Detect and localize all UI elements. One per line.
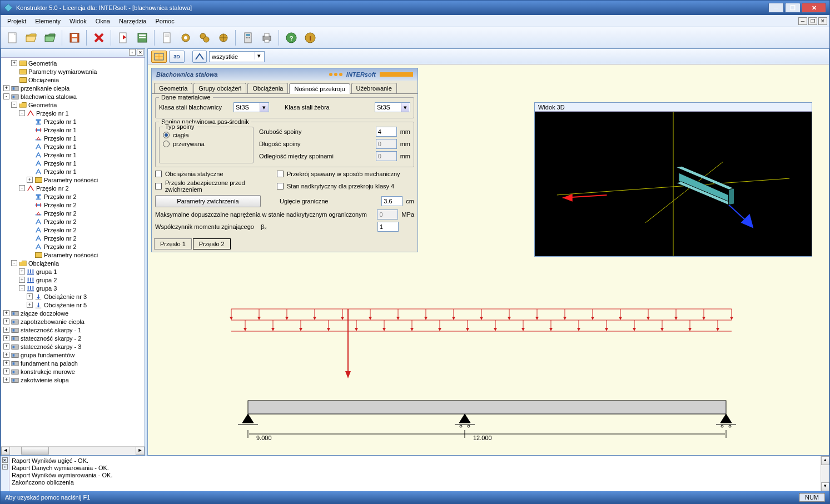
inp-beta[interactable]: 1: [377, 222, 399, 232]
radio-cont[interactable]: [163, 132, 170, 138]
tree-node[interactable]: +Obciążenie nr 3: [2, 292, 143, 301]
sel-steel-plate[interactable]: St3S: [233, 102, 269, 112]
tree-node[interactable]: Przęsło nr 1: [2, 117, 143, 126]
tree-node[interactable]: +przenikanie ciepła: [2, 84, 143, 92]
tree-node[interactable]: +Geometria: [2, 59, 143, 67]
tab-nosnosc[interactable]: Nośność przekroju: [289, 83, 350, 94]
tab-grupy[interactable]: Grupy obciążeń: [193, 83, 246, 93]
tree-node[interactable]: +zapotrzebowanie ciepła: [2, 317, 143, 326]
chk-prot[interactable]: [155, 183, 162, 189]
tree-node[interactable]: Przęsło nr 1: [2, 134, 143, 142]
tree-node[interactable]: +złącze doczołowe: [2, 309, 143, 317]
view-scope-icon[interactable]: [192, 51, 207, 63]
tb-results[interactable]: [134, 29, 151, 46]
menu-widok[interactable]: Widok: [65, 17, 91, 26]
menu-pomoc[interactable]: Pomoc: [151, 17, 179, 26]
tb-export[interactable]: [115, 29, 132, 46]
tree-node[interactable]: +grupa fundamentów: [2, 351, 143, 359]
tb-gear2[interactable]: [196, 29, 213, 46]
inp-thick[interactable]: 4: [376, 127, 397, 137]
menu-projekt[interactable]: Projekt: [3, 17, 31, 26]
sel-steel-rib[interactable]: St3S: [375, 102, 410, 112]
mdi-minimize[interactable]: ─: [798, 17, 807, 25]
tree-node[interactable]: +fundament na palach: [2, 359, 143, 367]
tree-node[interactable]: -Przęsło nr 1: [2, 109, 143, 117]
view3d-canvas[interactable]: [535, 112, 812, 256]
view-2d-button[interactable]: [151, 51, 167, 63]
menu-okna[interactable]: Okna: [91, 17, 115, 26]
tree-node[interactable]: Przęsło nr 1: [2, 142, 143, 151]
output-pin-icon[interactable]: ▫: [2, 464, 8, 470]
tree-node[interactable]: Przęsło nr 2: [2, 201, 143, 209]
tree-node[interactable]: Przęsło nr 1: [2, 151, 143, 159]
chk-super[interactable]: [277, 183, 284, 189]
tree-node[interactable]: Obciążenia: [2, 76, 143, 84]
inp-defl[interactable]: 3.6: [381, 196, 402, 206]
tb-new[interactable]: [4, 29, 21, 46]
tb-open-proj[interactable]: [42, 29, 58, 46]
tb-help[interactable]: ?: [283, 29, 300, 46]
chk-static[interactable]: [155, 171, 162, 177]
minimize-button[interactable]: ─: [768, 3, 784, 13]
tb-open[interactable]: [23, 29, 39, 46]
chk-mech[interactable]: [277, 171, 284, 177]
beam-diagram[interactable]: 9.000 12.000: [203, 303, 759, 455]
tb-gear1[interactable]: [177, 29, 194, 46]
mdi-close[interactable]: ✕: [818, 17, 827, 25]
tree-pin-icon[interactable]: ▫: [129, 49, 136, 56]
tree-node[interactable]: Parametry nośności: [2, 251, 143, 259]
tb-gear3[interactable]: [215, 29, 232, 46]
tree-node[interactable]: Przęsło nr 1: [2, 159, 143, 167]
tree-node[interactable]: +stateczność skarpy - 3: [2, 342, 143, 351]
tab-geometria[interactable]: Geometria: [154, 83, 192, 93]
tree-node[interactable]: +stateczność skarpy - 1: [2, 326, 143, 334]
btab-przeslo1[interactable]: Przęsło 1: [154, 238, 192, 249]
tb-info[interactable]: i: [302, 29, 319, 46]
radio-int[interactable]: [163, 141, 170, 147]
tree-node[interactable]: +zakotwienie słupa: [2, 376, 143, 384]
tb-save[interactable]: [66, 29, 83, 46]
tree-node[interactable]: -Obciążenia: [2, 259, 143, 267]
close-button[interactable]: ✕: [802, 3, 826, 13]
output-close-icon[interactable]: ✕: [2, 457, 8, 463]
tree-node[interactable]: Przęsło nr 2: [2, 217, 143, 226]
output-text[interactable]: Raport Wyników ugięć - OK.Raport Danych …: [9, 456, 821, 491]
tree-node[interactable]: -Przęsło nr 2: [2, 184, 143, 192]
tree-node[interactable]: Przęsło nr 2: [2, 242, 143, 251]
menu-elementy[interactable]: Elementy: [31, 17, 65, 26]
tree-node[interactable]: Przęsło nr 1: [2, 167, 143, 176]
tree-node[interactable]: Przęsło nr 2: [2, 234, 143, 242]
tree-node[interactable]: Przęsło nr 2: [2, 192, 143, 201]
tree-node[interactable]: Przęsło nr 2: [2, 226, 143, 234]
tree-hscroll[interactable]: ◄►: [1, 446, 145, 455]
output-vscroll[interactable]: ▴▾: [821, 456, 829, 491]
tb-calculator[interactable]: [240, 29, 256, 46]
tab-uzebrowanie[interactable]: Użebrowanie: [351, 83, 397, 93]
project-tree[interactable]: +GeometriaParametry wymiarowaniaObciążen…: [1, 58, 145, 446]
btab-przeslo2[interactable]: Przęsło 2: [193, 238, 231, 249]
tab-obciazenia[interactable]: Obciążenia: [247, 83, 288, 93]
view-3d-button[interactable]: 3D: [169, 51, 185, 63]
tree-node[interactable]: +konstrukcje murowe: [2, 367, 143, 376]
btn-ltb-params[interactable]: Parametry zwichrzenia: [155, 195, 261, 207]
mdi-restore[interactable]: ❐: [808, 17, 817, 25]
tree-node[interactable]: +grupa 1: [2, 267, 143, 276]
menu-narzedzia[interactable]: Narzędzia: [115, 17, 151, 26]
view3d-title[interactable]: Widok 3D: [535, 103, 812, 112]
tb-print[interactable]: [259, 29, 275, 46]
tree-node[interactable]: -Geometria: [2, 101, 143, 109]
tree-node[interactable]: +stateczność skarpy - 2: [2, 334, 143, 342]
dialog-title[interactable]: Blachownica stalowa INTERsoft: [152, 68, 418, 81]
maximize-button[interactable]: ❐: [785, 3, 801, 13]
tree-node[interactable]: -grupa 3: [2, 284, 143, 292]
scope-combo[interactable]: wszystkie: [209, 51, 265, 62]
tree-close-icon[interactable]: ✕: [137, 49, 143, 56]
tree-node[interactable]: Parametry wymiarowania: [2, 67, 143, 76]
tb-page[interactable]: [158, 29, 175, 46]
tb-delete[interactable]: [91, 29, 107, 46]
tree-node[interactable]: Przęsło nr 1: [2, 126, 143, 134]
tree-node[interactable]: Przęsło nr 2: [2, 209, 143, 217]
tree-node[interactable]: +grupa 2: [2, 276, 143, 284]
tree-node[interactable]: +Parametry nośności: [2, 176, 143, 184]
tree-node[interactable]: +Obciążenie nr 5: [2, 301, 143, 309]
